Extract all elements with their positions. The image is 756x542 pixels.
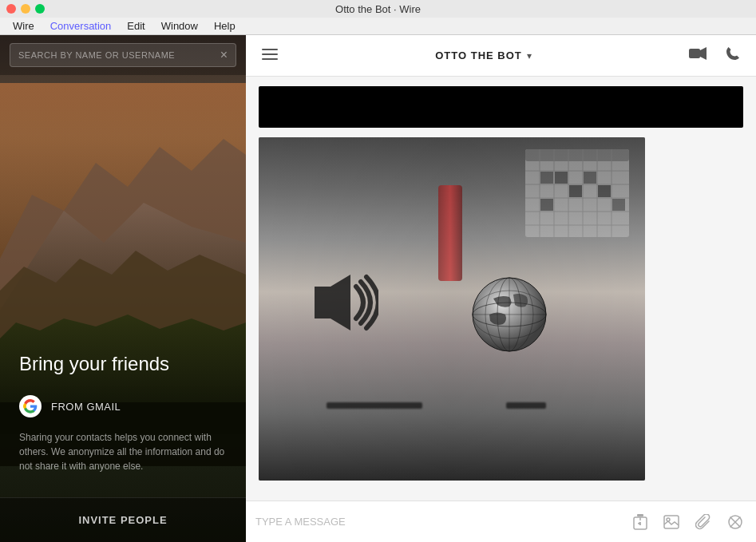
svg-rect-6 (262, 49, 278, 50)
menu-conversation[interactable]: Conversation (44, 18, 118, 34)
menubar: Wire Conversation Edit Window Help (0, 18, 756, 35)
blurred-text-2 (506, 402, 546, 409)
svg-rect-43 (637, 514, 643, 516)
sharing-text: Sharing your contacts helps you connect … (19, 430, 227, 473)
black-bar-message (259, 86, 743, 128)
svg-rect-35 (584, 172, 596, 184)
maximize-button[interactable] (35, 4, 45, 14)
search-clear-icon[interactable]: × (220, 49, 228, 61)
svg-rect-7 (262, 53, 278, 55)
message-input-area (246, 500, 756, 542)
sidebar-main: Bring your friends FROM GMAIL (0, 75, 246, 497)
calendar-graphic (525, 149, 629, 240)
bring-friends-title: Bring your friends (19, 353, 227, 376)
svg-rect-39 (438, 185, 462, 281)
sidebar-content: × Bring your friends F (0, 35, 246, 542)
close-button[interactable] (6, 4, 16, 14)
video-call-button[interactable] (686, 44, 710, 67)
image-upload-icon[interactable] (660, 512, 683, 532)
search-area: × (0, 35, 246, 75)
menu-help[interactable]: Help (208, 18, 242, 34)
menu-wire[interactable]: Wire (6, 18, 41, 34)
main-panel: OTTO THE BOT ▾ (246, 35, 756, 542)
globe-icon (469, 275, 549, 358)
svg-marker-10 (700, 47, 707, 60)
audio-call-button[interactable] (722, 43, 743, 68)
attachment-icon[interactable] (692, 511, 714, 533)
image-message (259, 137, 645, 481)
google-icon (19, 395, 42, 417)
svg-rect-37 (598, 185, 611, 197)
foreground-object (434, 185, 466, 284)
svg-rect-34 (569, 185, 582, 197)
svg-rect-33 (555, 172, 568, 184)
chevron-down-icon: ▾ (527, 50, 532, 61)
conversation-title: OTTO THE BOT (435, 49, 522, 61)
message-input[interactable] (255, 516, 620, 528)
sound-icon (307, 271, 378, 347)
svg-rect-8 (262, 58, 278, 60)
conversation-title-area[interactable]: OTTO THE BOT ▾ (435, 49, 532, 61)
menu-edit[interactable]: Edit (121, 18, 151, 34)
conversation-actions (686, 43, 743, 68)
svg-rect-32 (540, 172, 553, 184)
window-controls (6, 4, 45, 14)
more-actions-icon[interactable] (724, 511, 746, 533)
minimize-button[interactable] (21, 4, 30, 14)
sidebar: × Bring your friends F (0, 35, 246, 542)
sidebar-toggle-icon[interactable] (259, 44, 281, 67)
svg-rect-9 (689, 49, 700, 58)
svg-marker-11 (315, 275, 350, 330)
svg-rect-36 (540, 199, 553, 211)
gmail-row[interactable]: FROM GMAIL (19, 395, 227, 417)
svg-rect-20 (525, 149, 629, 161)
search-box: × (10, 43, 236, 67)
timer-icon[interactable] (630, 511, 651, 533)
titlebar: Otto the Bot · Wire (0, 0, 756, 18)
invite-people-button[interactable]: INVITE PEOPLE (0, 497, 246, 542)
menu-window[interactable]: Window (155, 18, 204, 34)
svg-rect-38 (612, 199, 625, 211)
conversation-header: OTTO THE BOT ▾ (246, 35, 756, 77)
app: × Bring your friends F (0, 35, 756, 542)
gmail-label: FROM GMAIL (51, 401, 121, 413)
window-title: Otto the Bot · Wire (335, 3, 421, 15)
messages-area[interactable] (246, 77, 756, 500)
blurred-text-1 (327, 402, 422, 409)
search-input[interactable] (18, 50, 220, 60)
